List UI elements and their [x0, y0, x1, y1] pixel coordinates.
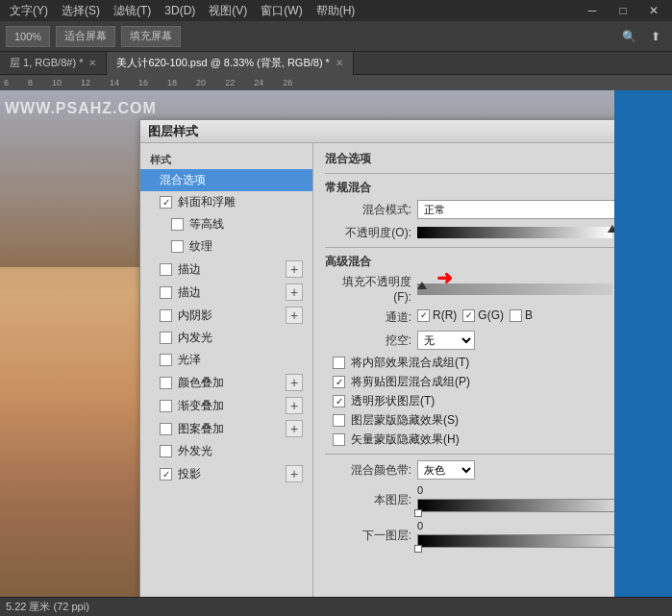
next-layer-thumb-left[interactable]: [414, 545, 422, 553]
layer-style-dialog[interactable]: 图层样式 样式 混合选项 斜面和浮: [139, 119, 614, 597]
texture-checkbox[interactable]: [171, 240, 184, 253]
drop-shadow-checkbox[interactable]: [160, 468, 172, 480]
transparent-shape-cb-row: 透明形状图层(T): [325, 393, 614, 409]
next-layer-row: 下一图层: 0 255: [325, 520, 614, 551]
drop-shadow-item[interactable]: 投影 +: [140, 462, 312, 485]
gradient-overlay-checkbox[interactable]: [160, 400, 172, 412]
blend-clip-checkbox[interactable]: [333, 376, 345, 388]
gradient-overlay-item[interactable]: 渐变叠加 +: [140, 394, 312, 417]
blend-color-row: 混合颜色带: 灰色: [325, 460, 614, 480]
menu-item-select[interactable]: 选择(S): [56, 1, 106, 21]
drop-shadow-plus[interactable]: +: [286, 465, 303, 482]
menu-item-help[interactable]: 帮助(H): [311, 1, 361, 21]
inner-glow-checkbox[interactable]: [160, 332, 172, 344]
blend-interior-checkbox[interactable]: [333, 357, 345, 369]
opacity-row: 不透明度(O): 100: [325, 224, 614, 241]
blend-clip-cb-row: 将剪贴图层混合成组(P): [325, 374, 614, 390]
tab-close-icon[interactable]: ✕: [88, 58, 96, 68]
contour-item[interactable]: 等高线: [140, 213, 312, 235]
vector-mask-checkbox[interactable]: [333, 433, 345, 446]
status-bar: 5.22 厘米 (72 ppi): [0, 597, 672, 616]
bevel-emboss-item[interactable]: 斜面和浮雕: [140, 191, 312, 213]
channel-b-checkbox[interactable]: [510, 309, 522, 322]
tab-close-icon2[interactable]: ✕: [336, 58, 343, 68]
channels-row: 通道: R(R) G(G): [325, 308, 614, 326]
main-area: WWW.PSAHZ.COM UiBQ.CoM 图层样式 样式: [0, 90, 672, 597]
knockout-select[interactable]: 无: [417, 331, 475, 350]
texture-item[interactable]: 纹理: [140, 235, 312, 258]
stroke-item-1[interactable]: 描边 +: [140, 258, 312, 281]
opacity-thumb[interactable]: [608, 225, 614, 233]
this-layer-label: 本图层:: [325, 492, 411, 508]
inner-shadow-item[interactable]: 内阴影 +: [140, 304, 312, 327]
ruler: 6 8 10 12 14 16 18 20 22 24 26: [0, 75, 672, 90]
search-icon[interactable]: 🔍: [618, 26, 639, 47]
stroke-checkbox-1[interactable]: [160, 263, 172, 276]
blend-options-item[interactable]: 混合选项: [140, 169, 312, 191]
channel-g[interactable]: G(G): [462, 308, 504, 322]
inner-glow-item[interactable]: 内发光: [140, 327, 312, 349]
stroke-checkbox-2[interactable]: [160, 286, 172, 299]
satin-item[interactable]: 光泽: [140, 349, 312, 371]
bevel-checkbox[interactable]: [160, 196, 172, 209]
color-overlay-checkbox[interactable]: [160, 377, 172, 389]
stroke-item-2[interactable]: 描边 +: [140, 281, 312, 304]
vector-mask-cb-row: 矢量蒙版隐藏效果(H): [325, 431, 614, 448]
status-info: 5.22 厘米 (72 ppi): [6, 600, 89, 614]
pattern-overlay-item[interactable]: 图案叠加 +: [140, 417, 312, 440]
pattern-overlay-checkbox[interactable]: [160, 423, 172, 435]
blend-color-select[interactable]: 灰色: [417, 460, 475, 480]
stroke-plus-1[interactable]: +: [286, 260, 303, 278]
outer-glow-checkbox[interactable]: [160, 445, 172, 457]
menu-item-window[interactable]: 窗口(W): [255, 1, 308, 21]
next-layer-gradient[interactable]: [417, 534, 614, 548]
canvas-area[interactable]: WWW.PSAHZ.COM UiBQ.CoM 图层样式 样式: [0, 90, 614, 597]
blend-mode-row: 混合模式: 正常: [325, 200, 614, 219]
layer-mask-checkbox[interactable]: [333, 414, 345, 427]
dialog-right-panel: 混合选项 常规混合 混合模式: 正常 不透明度(O):: [313, 143, 614, 597]
color-overlay-item[interactable]: 颜色叠加 +: [140, 371, 312, 394]
contour-checkbox[interactable]: [171, 218, 184, 231]
outer-glow-item[interactable]: 外发光: [140, 440, 312, 462]
fill-opacity-thumb[interactable]: [417, 282, 427, 289]
menu-item-filter[interactable]: 滤镜(T): [108, 1, 157, 21]
satin-checkbox[interactable]: [160, 354, 172, 366]
next-layer-min: 0: [417, 520, 423, 531]
channel-b[interactable]: B: [510, 308, 533, 322]
close-button[interactable]: ✕: [639, 0, 668, 21]
this-layer-thumb-left[interactable]: [414, 509, 422, 517]
channel-r[interactable]: R(R): [417, 308, 457, 322]
tab-layer1[interactable]: 层 1, RGB/8#) * ✕: [0, 52, 107, 75]
fill-screen-button[interactable]: 填充屏幕: [121, 26, 181, 47]
menu-bar: 文字(Y) 选择(S) 滤镜(T) 3D(D) 视图(V) 窗口(W) 帮助(H…: [0, 0, 672, 21]
stroke-plus-2[interactable]: +: [286, 283, 303, 301]
opacity-slider[interactable]: [417, 227, 612, 238]
blend-color-label: 混合颜色带:: [325, 462, 411, 479]
watermark-text: WWW.PSAHZ.COM: [5, 100, 157, 117]
tab-beauty[interactable]: 美人计620-100.psd @ 8.33% (背景, RGB/8) * ✕: [107, 52, 353, 75]
knockout-row: 挖空: 无: [325, 331, 614, 350]
pattern-overlay-plus[interactable]: +: [286, 420, 303, 437]
inner-shadow-plus[interactable]: +: [286, 307, 303, 324]
fit-screen-button[interactable]: 适合屏幕: [56, 26, 115, 47]
blend-mode-label: 混合模式:: [325, 202, 411, 218]
gradient-overlay-plus[interactable]: +: [286, 397, 303, 414]
channel-r-checkbox[interactable]: [417, 309, 430, 322]
inner-shadow-checkbox[interactable]: [160, 309, 172, 322]
dialog-title-bar[interactable]: 图层样式: [140, 120, 614, 143]
zoom-label[interactable]: 100%: [6, 26, 50, 47]
next-layer-label: 下一图层:: [325, 528, 411, 544]
this-layer-gradient[interactable]: [417, 499, 614, 512]
minimize-button[interactable]: ─: [578, 0, 607, 21]
menu-item-text[interactable]: 文字(Y): [4, 1, 54, 21]
menu-item-3d[interactable]: 3D(D): [159, 2, 201, 19]
maximize-button[interactable]: □: [609, 0, 637, 21]
color-overlay-plus[interactable]: +: [286, 374, 303, 391]
transparent-shape-checkbox[interactable]: [333, 395, 345, 407]
dialog-title: 图层样式: [148, 123, 198, 140]
channel-g-checkbox[interactable]: [462, 309, 475, 322]
share-icon[interactable]: ⬆: [645, 26, 666, 47]
advanced-blend-title: 高级混合: [325, 254, 614, 270]
blend-mode-select[interactable]: 正常: [417, 200, 614, 219]
menu-item-view[interactable]: 视图(V): [203, 1, 253, 21]
